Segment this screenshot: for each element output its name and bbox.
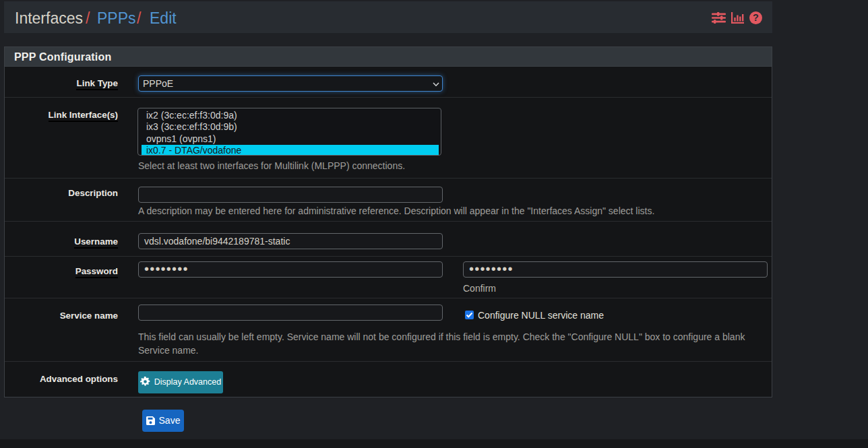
svg-text:?: ? (753, 12, 759, 23)
